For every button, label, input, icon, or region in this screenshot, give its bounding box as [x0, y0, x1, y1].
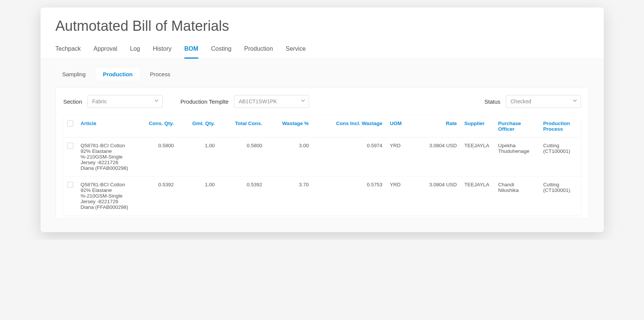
cell-article: Q58781-BCI Cotton 92% Elastane %-210GSM-…	[77, 137, 133, 177]
table-row: Q58781-BCI Cotton 92% Elastane %-210GSM-…	[63, 137, 581, 177]
template-select[interactable]: AB1CT1SW1PK	[234, 95, 309, 108]
status-select[interactable]: Checked	[506, 95, 581, 108]
cell-uom: YRD	[386, 137, 412, 177]
status-select-value: Checked	[511, 98, 531, 104]
subtab-production[interactable]: Production	[96, 68, 139, 80]
cell-wastage: 3.00	[266, 137, 312, 177]
cell-wastage: 3.70	[266, 177, 312, 216]
row-checkbox[interactable]	[67, 143, 73, 149]
tab-bom[interactable]: BOM	[184, 42, 198, 59]
bom-table-wrap: Article Cons. Qty. Gmt. Qty. Total Cons.…	[63, 115, 581, 215]
cell-article: Q58781-BCI Cotton 92% Elastane %-210GSM-…	[77, 177, 133, 216]
bom-table: Article Cons. Qty. Gmt. Qty. Total Cons.…	[63, 115, 581, 215]
subcontent: SamplingProductionProcess Section Fabric…	[41, 59, 604, 232]
cell-purchase-officer: Upekha Thuduhenage	[495, 137, 540, 177]
col-production-process[interactable]: Production Process	[540, 115, 581, 137]
tab-techpack[interactable]: Techpack	[56, 42, 81, 59]
col-cons-qty[interactable]: Cons. Qty.	[133, 115, 178, 137]
status-label: Status	[484, 98, 501, 105]
tabs-primary: TechpackApprovalLogHistoryBOMCostingProd…	[41, 42, 604, 59]
cell-uom: YRD	[386, 177, 412, 216]
cell-supplier: TEEJAYLA	[461, 137, 495, 177]
select-all-checkbox[interactable]	[67, 121, 73, 127]
table-row: Q58781-BCI Cotton 92% Elastane %-210GSM-…	[63, 177, 581, 216]
col-cons-incl-wastage[interactable]: Cons Incl. Wastage	[312, 115, 386, 137]
cell-rate: 3.0804 USD	[413, 137, 461, 177]
tab-production[interactable]: Production	[244, 42, 273, 59]
cell-total-cons: 0.5800	[219, 137, 266, 177]
chevron-down-icon	[155, 100, 158, 103]
template-select-value: AB1CT1SW1PK	[239, 98, 277, 104]
panel: Section Fabric Production Templte AB1CT1…	[56, 87, 589, 219]
cell-cons-qty: 0.5800	[133, 137, 178, 177]
cell-cons-qty: 0.5392	[133, 177, 178, 216]
section-select-value: Fabric	[92, 98, 107, 104]
cell-supplier: TEEJAYLA	[461, 177, 495, 216]
section-label: Section	[63, 98, 82, 105]
tab-history[interactable]: History	[153, 42, 172, 59]
cell-cons-incl-wastage: 0.5753	[312, 177, 386, 216]
subtab-sampling[interactable]: Sampling	[56, 68, 93, 80]
tab-log[interactable]: Log	[130, 42, 140, 59]
cell-purchase-officer: Chandi Nilushika	[495, 177, 540, 216]
tab-approval[interactable]: Approval	[94, 42, 117, 59]
col-total-cons[interactable]: Total Cons.	[219, 115, 266, 137]
chevron-down-icon	[573, 100, 577, 103]
col-rate[interactable]: Rate	[413, 115, 461, 137]
cell-gmt-qty: 1.00	[178, 177, 219, 216]
cell-total-cons: 0.5392	[219, 177, 266, 216]
col-supplier[interactable]: Supplier	[461, 115, 495, 137]
row-checkbox[interactable]	[67, 182, 73, 188]
cell-cons-incl-wastage: 0.5974	[312, 137, 386, 177]
tab-costing[interactable]: Costing	[211, 42, 231, 59]
col-gmt-qty[interactable]: Gmt. Qty.	[178, 115, 219, 137]
tab-service[interactable]: Service	[286, 42, 306, 59]
cell-production-process: Cutting (CT100001)	[540, 137, 581, 177]
cell-gmt-qty: 1.00	[178, 137, 219, 177]
page-title: Autmotated Bill of Materials	[41, 8, 604, 42]
template-label: Production Templte	[181, 98, 229, 105]
col-article[interactable]: Article	[77, 115, 133, 137]
section-select[interactable]: Fabric	[87, 95, 163, 108]
col-wastage[interactable]: Wastage %	[266, 115, 312, 137]
cell-production-process: Cutting (CT100001)	[540, 177, 581, 216]
chevron-down-icon	[301, 100, 305, 103]
subtab-process[interactable]: Process	[143, 68, 177, 80]
filters-bar: Section Fabric Production Templte AB1CT1…	[63, 95, 581, 108]
app-window: Autmotated Bill of Materials TechpackApp…	[41, 8, 604, 232]
cell-rate: 3.0804 USD	[413, 177, 461, 216]
col-purchase-officer[interactable]: Purchase Officer	[495, 115, 540, 137]
col-uom[interactable]: UOM	[386, 115, 412, 137]
tabs-secondary: SamplingProductionProcess	[56, 68, 589, 80]
